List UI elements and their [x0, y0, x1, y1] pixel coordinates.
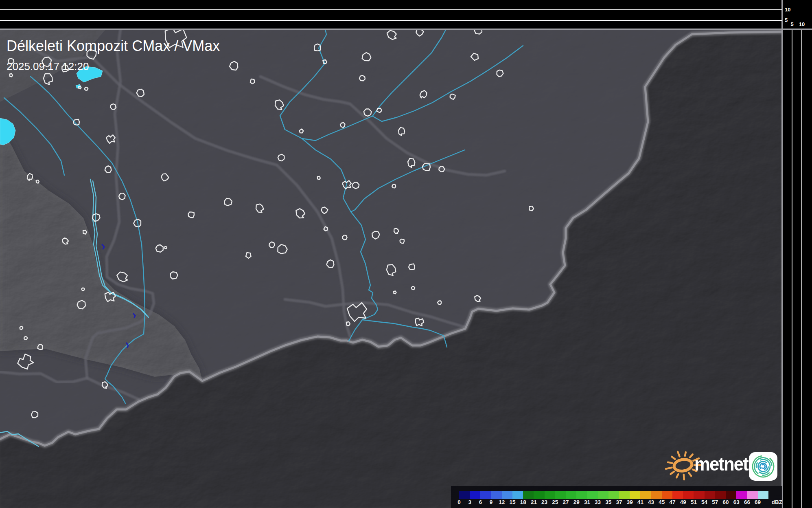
page-title: Délkeleti Kompozit CMax / VMax: [7, 37, 220, 55]
colorbar-segment: [491, 491, 502, 499]
colorbar-tick-label: 49: [680, 499, 686, 505]
colorbar-segment: [545, 491, 556, 499]
colorbar-segment: [705, 491, 716, 499]
top-profile-gridline-label: 5: [785, 18, 788, 23]
colorbar-segment: [512, 491, 523, 499]
colorbar-segment: [459, 491, 470, 499]
colorbar-segment: [566, 491, 577, 499]
colorbar-tick-label: 18: [520, 499, 526, 505]
colorbar-tick-label: 47: [669, 499, 675, 505]
colorbar-segment: [555, 491, 566, 499]
dbz-colorbar: 0369121518212325272931333537394143454749…: [451, 486, 782, 508]
profile-divider-horizontal: [0, 29, 812, 30]
colorbar-tick-label: 57: [712, 499, 718, 505]
colorbar-segment: [619, 491, 630, 499]
colorbar-tick-label: 3: [468, 499, 471, 505]
colorbar-tick-label: 69: [755, 499, 761, 505]
map-canvas: [0, 29, 782, 508]
right-profile-gridline-label: 5: [790, 22, 793, 27]
colorbar-segment: [480, 491, 491, 499]
colorbar-tick-label: 60: [722, 499, 729, 505]
top-profile-panel: [0, 0, 782, 29]
colorbar-unit-label: dBZ: [772, 499, 782, 505]
right-profile-gridline: [801, 30, 802, 508]
colorbar-segment: [683, 491, 694, 499]
colorbar-segment: [726, 491, 737, 499]
colorbar-tick-label: 33: [595, 499, 601, 505]
colorbar-tick-label: 45: [659, 499, 665, 505]
colorbar-tick-label: 51: [691, 499, 697, 505]
colorbar-segment: [662, 491, 673, 499]
colorbar-segment: [640, 491, 651, 499]
colorbar-segment: [587, 491, 598, 499]
colorbar-segment: [576, 491, 587, 499]
colorbar-tick-label: 41: [637, 499, 643, 505]
colorbar-segment: [598, 491, 609, 499]
colorbar-tick-label: 54: [701, 499, 707, 505]
branding: metnet: [651, 440, 781, 485]
colorbar-tick-label: 39: [627, 499, 633, 505]
metnet-wordmark: metnet: [694, 453, 748, 475]
colorbar-tick-label: 21: [531, 499, 537, 505]
colorbar-tick-label: 12: [499, 499, 505, 505]
colorbar-tick-label: 23: [541, 499, 547, 505]
timestamp: 2025.09.17 12:20: [7, 60, 89, 73]
colorbar-segment: [747, 491, 758, 499]
right-profile-panel: [783, 30, 812, 508]
top-profile-gridline: [0, 9, 782, 10]
colorbar-tick-label: 43: [648, 499, 654, 505]
colorbar-segment: [608, 491, 619, 499]
colorbar-tick-label: 31: [584, 499, 590, 505]
colorbar-segment: [651, 491, 662, 499]
profile-divider-vertical: [781, 0, 783, 508]
colorbar-tick-label: 63: [733, 499, 740, 505]
colorbar-tick-label: 6: [479, 499, 482, 505]
colorbar-tick-label: 29: [573, 499, 580, 505]
colorbar-tick-label: 27: [562, 499, 569, 505]
colorbar-segment: [523, 491, 534, 499]
colorbar-segment: [534, 491, 545, 499]
right-profile-gridline: [792, 30, 792, 508]
hungaromet-logo-icon: [748, 451, 781, 484]
colorbar-tick-label: 9: [490, 499, 493, 505]
colorbar-segment: [758, 491, 769, 499]
radar-composite-screen: Délkeleti Kompozit CMax / VMax 2025.09.1…: [0, 0, 812, 508]
colorbar-segment: [630, 491, 641, 499]
colorbar-segment: [672, 491, 683, 499]
colorbar-tick-label: 25: [552, 499, 558, 505]
colorbar-tick-label: 0: [457, 499, 461, 505]
colorbar-segment: [502, 491, 513, 499]
top-profile-gridline-label: 10: [785, 7, 790, 12]
colorbar-segment: [736, 491, 747, 499]
colorbar-tick-label: 35: [605, 499, 611, 505]
top-profile-gridline: [0, 20, 782, 21]
colorbar-tick-label: 37: [616, 499, 622, 505]
colorbar-tick-label: 15: [509, 499, 515, 505]
colorbar-segment: [470, 491, 481, 499]
colorbar-segment: [715, 491, 726, 499]
radar-map: [0, 29, 782, 508]
colorbar-tick-label: 66: [744, 499, 750, 505]
right-profile-gridline-label: 10: [799, 22, 805, 27]
colorbar-segment: [694, 491, 705, 499]
